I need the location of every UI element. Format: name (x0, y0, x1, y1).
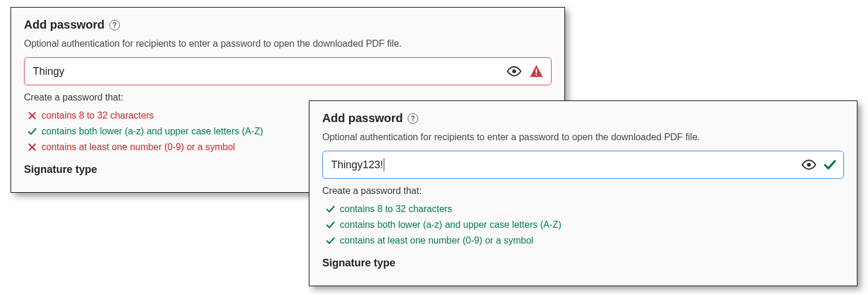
heading-row: Add password ? (24, 18, 552, 32)
check-icon (824, 158, 836, 171)
rule-text: contains at least one number (0-9) or a … (340, 232, 533, 248)
svg-point-3 (807, 163, 811, 167)
check-icon (326, 236, 335, 245)
x-icon (27, 143, 37, 152)
rule-number: contains at least one number (0-9) or a … (326, 232, 844, 248)
svg-rect-1 (536, 69, 537, 74)
criteria-list: contains 8 to 32 characters contains bot… (322, 201, 844, 249)
eye-icon[interactable] (801, 157, 817, 172)
heading-add-password: Add password (24, 18, 105, 32)
alert-icon (529, 64, 544, 79)
input-status-icons (507, 64, 544, 79)
svg-rect-2 (536, 74, 537, 75)
rule-text: contains 8 to 32 characters (42, 107, 154, 123)
rule-text: contains 8 to 32 characters (340, 201, 452, 217)
rule-text: contains both lower (a-z) and upper case… (42, 123, 263, 139)
heading-row: Add password ? (322, 112, 844, 125)
heading-add-password: Add password (322, 112, 403, 125)
rule-text: contains at least one number (0-9) or a … (42, 139, 235, 155)
x-icon (27, 111, 37, 120)
criteria-label: Create a password that: (322, 186, 844, 196)
password-input[interactable] (33, 65, 507, 78)
check-icon (326, 204, 335, 214)
password-input[interactable]: Thingy123! (331, 159, 383, 171)
svg-point-0 (512, 70, 516, 74)
eye-icon[interactable] (507, 64, 522, 79)
password-panel-valid: Add password ? Optional authentication f… (309, 100, 857, 286)
rule-text: contains both lower (a-z) and upper case… (340, 217, 562, 232)
help-icon[interactable]: ? (109, 20, 120, 30)
rule-case: contains both lower (a-z) and upper case… (326, 217, 844, 232)
signature-type-heading: Signature type (322, 257, 844, 269)
check-icon (326, 220, 335, 230)
help-icon[interactable]: ? (408, 113, 418, 124)
input-status-icons (801, 157, 836, 172)
subtext: Optional authentication for recipients t… (322, 132, 844, 143)
text-caret (384, 158, 384, 171)
subtext: Optional authentication for recipients t… (24, 39, 552, 49)
check-icon (27, 127, 37, 136)
password-input-wrap (24, 57, 552, 85)
rule-length: contains 8 to 32 characters (326, 201, 844, 217)
password-input-wrap: Thingy123! (322, 151, 844, 179)
